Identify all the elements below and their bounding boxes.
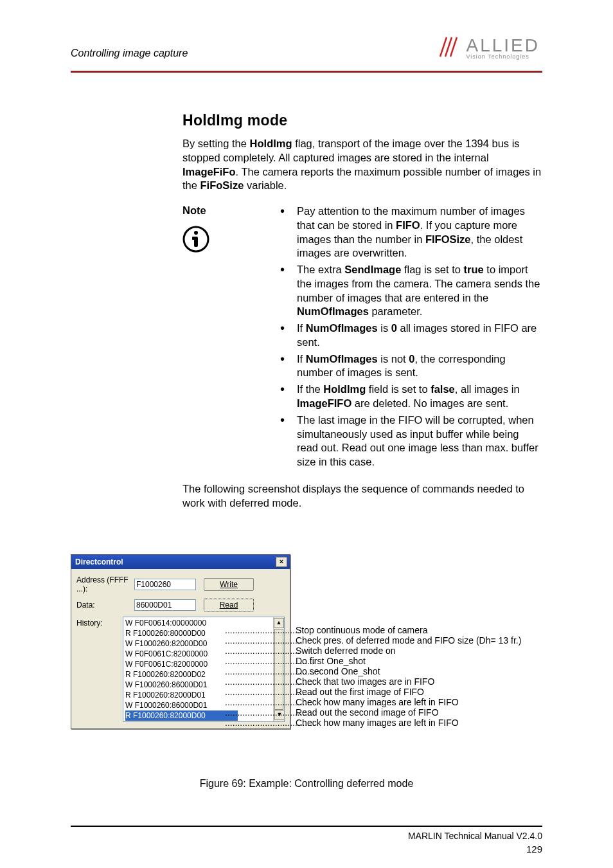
note-label: Note bbox=[182, 204, 278, 217]
section-title: HoldImg mode bbox=[182, 112, 542, 129]
annotation-line: Switch deferred mode on bbox=[296, 646, 521, 656]
history-label: History: bbox=[76, 619, 103, 628]
logo-main: ALLIED bbox=[466, 37, 540, 55]
command-annotations: Stop continuous mode of cameraCheck pres… bbox=[296, 625, 521, 728]
annotation-line: Stop continuous mode of camera bbox=[296, 625, 521, 635]
logo-sub: Vision Technologies bbox=[466, 53, 540, 60]
footer-doc: MARLIN Technical Manual V2.4.0 bbox=[408, 831, 542, 841]
following-paragraph: The following screenshot displays the se… bbox=[182, 482, 542, 511]
note-list-item: The extra SendImage flag is set to true … bbox=[278, 263, 542, 319]
running-head: Controlling image capture bbox=[71, 48, 188, 59]
annotation-line: Check pres. of deferred mode and FIFO si… bbox=[296, 635, 521, 646]
annotation-line: Check that two images are in FIFO bbox=[296, 676, 521, 687]
data-input[interactable] bbox=[134, 599, 196, 611]
intro-paragraph: By setting the HoldImg flag, transport o… bbox=[182, 137, 542, 193]
read-button[interactable]: Read bbox=[204, 599, 254, 611]
window-titlebar[interactable]: Directcontrol × bbox=[71, 555, 290, 569]
figure-caption: Figure 69: Example: Controlling deferred… bbox=[0, 778, 613, 790]
brand-logo: ALLIED Vision Technologies bbox=[436, 35, 542, 63]
footer-rule bbox=[71, 826, 542, 827]
page-number: 129 bbox=[526, 844, 542, 854]
annotation-line: Check how many images are left in FIFO bbox=[296, 697, 521, 707]
annotation-line: Check how many images are left in FIFO bbox=[296, 718, 521, 728]
window-title: Directcontrol bbox=[75, 557, 123, 566]
close-icon[interactable]: × bbox=[276, 557, 287, 567]
annotation-line: Read out the second image of FIFO bbox=[296, 707, 521, 718]
annotation-line: Read out the first image of FIFO bbox=[296, 687, 521, 697]
annotation-line: Do second One_shot bbox=[296, 666, 521, 676]
note-list-item: If NumOfImages is not 0, the correspondi… bbox=[278, 352, 542, 381]
write-button[interactable]: Write bbox=[204, 578, 254, 591]
info-icon bbox=[182, 226, 209, 253]
note-list-item: If the HoldImg field is set to false, al… bbox=[278, 383, 542, 411]
note-list-item: The last image in the FIFO will be corru… bbox=[278, 413, 542, 469]
address-input[interactable] bbox=[134, 579, 196, 590]
svg-point-4 bbox=[194, 231, 198, 235]
note-list-item: If NumOfImages is 0 all images stored in… bbox=[278, 321, 542, 350]
note-list-item: Pay attention to the maximum number of i… bbox=[278, 204, 542, 260]
header-rule bbox=[71, 71, 542, 73]
address-label: Address (FFFF ...): bbox=[76, 575, 134, 593]
note-list: Pay attention to the maximum number of i… bbox=[278, 204, 542, 472]
annotation-line: Do first One_shot bbox=[296, 656, 521, 666]
svg-rect-6 bbox=[192, 237, 197, 240]
data-label: Data: bbox=[76, 601, 134, 610]
